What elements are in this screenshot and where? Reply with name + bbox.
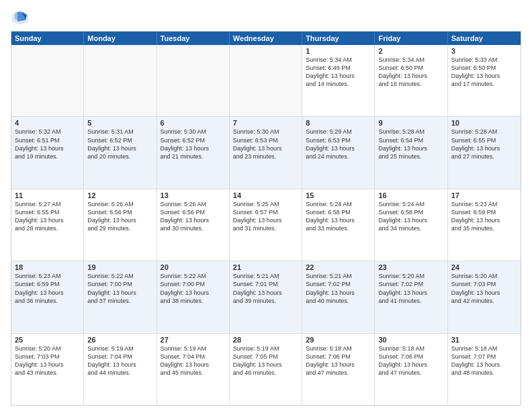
page: SundayMondayTuesdayWednesdayThursdayFrid… xyxy=(0,0,532,411)
calendar-row: 18Sunrise: 5:23 AM Sunset: 6:59 PM Dayli… xyxy=(11,261,521,332)
day-number: 14 xyxy=(233,191,298,199)
cell-text: Sunrise: 5:33 AM Sunset: 6:50 PM Dayligh… xyxy=(451,56,517,89)
calendar-header: SundayMondayTuesdayWednesdayThursdayFrid… xyxy=(11,32,521,45)
calendar-cell: 18Sunrise: 5:23 AM Sunset: 6:59 PM Dayli… xyxy=(11,261,84,332)
day-number: 15 xyxy=(306,191,371,199)
header xyxy=(11,8,521,27)
cell-text: Sunrise: 5:23 AM Sunset: 6:59 PM Dayligh… xyxy=(15,272,80,305)
cell-text: Sunrise: 5:30 AM Sunset: 6:52 PM Dayligh… xyxy=(161,128,226,161)
calendar-cell: 19Sunrise: 5:22 AM Sunset: 7:00 PM Dayli… xyxy=(84,261,157,332)
day-number: 6 xyxy=(161,119,226,127)
calendar-cell xyxy=(230,45,302,116)
day-number: 27 xyxy=(161,336,226,344)
calendar-cell: 15Sunrise: 5:24 AM Sunset: 6:58 PM Dayli… xyxy=(302,189,375,261)
calendar-cell: 21Sunrise: 5:21 AM Sunset: 7:01 PM Dayli… xyxy=(230,261,302,332)
day-number: 3 xyxy=(451,47,517,55)
calendar-cell: 29Sunrise: 5:18 AM Sunset: 7:06 PM Dayli… xyxy=(302,334,375,405)
cell-text: Sunrise: 5:22 AM Sunset: 7:00 PM Dayligh… xyxy=(87,272,152,305)
cell-text: Sunrise: 5:31 AM Sunset: 6:52 PM Dayligh… xyxy=(87,128,152,161)
logo xyxy=(11,8,32,27)
cell-text: Sunrise: 5:32 AM Sunset: 6:51 PM Dayligh… xyxy=(15,128,80,161)
calendar-cell: 5Sunrise: 5:31 AM Sunset: 6:52 PM Daylig… xyxy=(84,117,157,188)
calendar-row: 1Sunrise: 5:34 AM Sunset: 6:49 PM Daylig… xyxy=(11,45,521,116)
calendar-body: 1Sunrise: 5:34 AM Sunset: 6:49 PM Daylig… xyxy=(11,45,521,405)
cell-text: Sunrise: 5:29 AM Sunset: 6:53 PM Dayligh… xyxy=(306,128,371,161)
calendar-cell: 13Sunrise: 5:26 AM Sunset: 6:56 PM Dayli… xyxy=(157,189,230,261)
cell-text: Sunrise: 5:22 AM Sunset: 7:00 PM Dayligh… xyxy=(161,272,226,305)
calendar-cell: 27Sunrise: 5:19 AM Sunset: 7:04 PM Dayli… xyxy=(157,334,230,405)
calendar-cell: 8Sunrise: 5:29 AM Sunset: 6:53 PM Daylig… xyxy=(302,117,375,188)
calendar-cell: 16Sunrise: 5:24 AM Sunset: 6:58 PM Dayli… xyxy=(375,189,447,261)
day-number: 12 xyxy=(87,191,152,199)
header-day: Thursday xyxy=(302,32,375,45)
day-number: 2 xyxy=(378,47,443,55)
header-day: Saturday xyxy=(448,32,521,45)
calendar-row: 11Sunrise: 5:27 AM Sunset: 6:55 PM Dayli… xyxy=(11,189,521,261)
cell-text: Sunrise: 5:27 AM Sunset: 6:55 PM Dayligh… xyxy=(15,200,80,233)
header-day: Monday xyxy=(84,32,157,45)
day-number: 4 xyxy=(15,119,80,127)
cell-text: Sunrise: 5:18 AM Sunset: 7:06 PM Dayligh… xyxy=(306,345,371,377)
cell-text: Sunrise: 5:21 AM Sunset: 7:02 PM Dayligh… xyxy=(306,272,371,305)
calendar-cell: 25Sunrise: 5:20 AM Sunset: 7:03 PM Dayli… xyxy=(11,334,84,405)
calendar-cell: 17Sunrise: 5:23 AM Sunset: 6:59 PM Dayli… xyxy=(448,189,521,261)
day-number: 23 xyxy=(378,263,443,271)
cell-text: Sunrise: 5:25 AM Sunset: 6:57 PM Dayligh… xyxy=(233,200,298,233)
header-day: Wednesday xyxy=(230,32,302,45)
calendar-cell: 1Sunrise: 5:34 AM Sunset: 6:49 PM Daylig… xyxy=(302,45,375,116)
cell-text: Sunrise: 5:20 AM Sunset: 7:03 PM Dayligh… xyxy=(451,272,517,305)
cell-text: Sunrise: 5:19 AM Sunset: 7:04 PM Dayligh… xyxy=(161,345,226,377)
cell-text: Sunrise: 5:26 AM Sunset: 6:56 PM Dayligh… xyxy=(87,200,152,233)
calendar-cell: 6Sunrise: 5:30 AM Sunset: 6:52 PM Daylig… xyxy=(157,117,230,188)
day-number: 13 xyxy=(161,191,226,199)
cell-text: Sunrise: 5:34 AM Sunset: 6:49 PM Dayligh… xyxy=(306,56,371,89)
cell-text: Sunrise: 5:28 AM Sunset: 6:54 PM Dayligh… xyxy=(378,128,443,161)
calendar-cell: 10Sunrise: 5:28 AM Sunset: 6:55 PM Dayli… xyxy=(448,117,521,188)
logo-icon xyxy=(11,8,30,27)
day-number: 25 xyxy=(15,336,80,344)
cell-text: Sunrise: 5:18 AM Sunset: 7:07 PM Dayligh… xyxy=(451,345,517,377)
day-number: 29 xyxy=(306,336,371,344)
cell-text: Sunrise: 5:24 AM Sunset: 6:58 PM Dayligh… xyxy=(378,200,443,233)
day-number: 9 xyxy=(378,119,443,127)
header-day: Tuesday xyxy=(157,32,230,45)
calendar-row: 4Sunrise: 5:32 AM Sunset: 6:51 PM Daylig… xyxy=(11,116,521,188)
cell-text: Sunrise: 5:21 AM Sunset: 7:01 PM Dayligh… xyxy=(233,272,298,305)
calendar-row: 25Sunrise: 5:20 AM Sunset: 7:03 PM Dayli… xyxy=(11,333,521,405)
day-number: 21 xyxy=(233,263,298,271)
calendar-cell: 2Sunrise: 5:34 AM Sunset: 6:50 PM Daylig… xyxy=(375,45,447,116)
cell-text: Sunrise: 5:19 AM Sunset: 7:04 PM Dayligh… xyxy=(87,345,152,377)
calendar-cell: 28Sunrise: 5:19 AM Sunset: 7:05 PM Dayli… xyxy=(230,334,302,405)
cell-text: Sunrise: 5:19 AM Sunset: 7:05 PM Dayligh… xyxy=(233,345,298,377)
day-number: 19 xyxy=(87,263,152,271)
cell-text: Sunrise: 5:20 AM Sunset: 7:03 PM Dayligh… xyxy=(15,345,80,377)
day-number: 11 xyxy=(15,191,80,199)
day-number: 28 xyxy=(233,336,298,344)
day-number: 20 xyxy=(161,263,226,271)
cell-text: Sunrise: 5:24 AM Sunset: 6:58 PM Dayligh… xyxy=(306,200,371,233)
day-number: 18 xyxy=(15,263,80,271)
day-number: 1 xyxy=(306,47,371,55)
calendar-cell: 31Sunrise: 5:18 AM Sunset: 7:07 PM Dayli… xyxy=(448,334,521,405)
day-number: 30 xyxy=(378,336,443,344)
day-number: 31 xyxy=(451,336,517,344)
cell-text: Sunrise: 5:30 AM Sunset: 6:53 PM Dayligh… xyxy=(233,128,298,161)
day-number: 10 xyxy=(451,119,517,127)
cell-text: Sunrise: 5:28 AM Sunset: 6:55 PM Dayligh… xyxy=(451,128,517,161)
day-number: 24 xyxy=(451,263,517,271)
day-number: 7 xyxy=(233,119,298,127)
calendar-cell: 24Sunrise: 5:20 AM Sunset: 7:03 PM Dayli… xyxy=(448,261,521,332)
calendar-cell xyxy=(157,45,230,116)
calendar-cell: 11Sunrise: 5:27 AM Sunset: 6:55 PM Dayli… xyxy=(11,189,84,261)
calendar-cell xyxy=(84,45,157,116)
day-number: 8 xyxy=(306,119,371,127)
calendar-cell: 12Sunrise: 5:26 AM Sunset: 6:56 PM Dayli… xyxy=(84,189,157,261)
day-number: 26 xyxy=(87,336,152,344)
calendar-cell: 22Sunrise: 5:21 AM Sunset: 7:02 PM Dayli… xyxy=(302,261,375,332)
calendar-cell: 3Sunrise: 5:33 AM Sunset: 6:50 PM Daylig… xyxy=(448,45,521,116)
header-day: Sunday xyxy=(11,32,84,45)
calendar-cell: 20Sunrise: 5:22 AM Sunset: 7:00 PM Dayli… xyxy=(157,261,230,332)
calendar-cell: 9Sunrise: 5:28 AM Sunset: 6:54 PM Daylig… xyxy=(375,117,447,188)
calendar-cell: 7Sunrise: 5:30 AM Sunset: 6:53 PM Daylig… xyxy=(230,117,302,188)
day-number: 16 xyxy=(378,191,443,199)
